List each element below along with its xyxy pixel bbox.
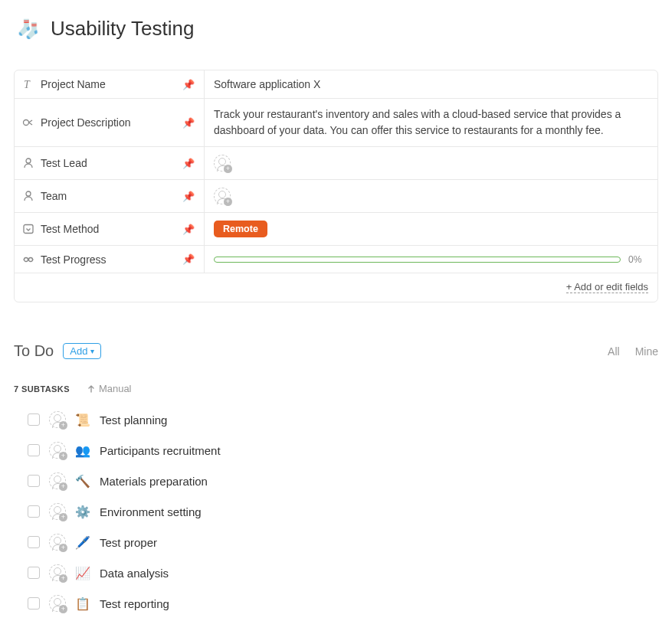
field-label-cell: Test Method 📌 [15, 213, 205, 245]
field-label: Project Description [41, 116, 176, 129]
person-icon [22, 157, 34, 169]
assignee-placeholder[interactable] [49, 503, 66, 520]
add-fields-row: + Add or edit fields [15, 273, 657, 302]
subtask-list: 📜 Test planning 👥 Participants recruitme… [14, 411, 658, 612]
field-value-team[interactable] [205, 180, 657, 212]
checkbox[interactable] [28, 444, 40, 456]
header-emoji: 🧦 [17, 18, 40, 40]
progress-wrap: 0% [214, 254, 648, 265]
field-value-project-description[interactable]: Track your restaurant's inventory and sa… [205, 99, 657, 146]
subtask-name: Data analysis [100, 567, 169, 580]
field-row-test-progress: Test Progress 📌 0% [15, 246, 657, 273]
fields-table: T Project Name 📌 Software application X … [14, 70, 658, 302]
subtask-emoji: ⚙️ [75, 505, 90, 519]
page-title: Usability Testing [51, 17, 194, 41]
person-icon [22, 190, 34, 202]
field-label-cell: Team 📌 [15, 180, 205, 212]
checkbox[interactable] [28, 475, 40, 487]
svg-point-6 [29, 257, 33, 261]
svg-point-1 [24, 120, 29, 126]
subtask-emoji: 🔨 [75, 474, 90, 489]
pin-icon[interactable]: 📌 [182, 224, 195, 235]
dropdown-icon [22, 223, 34, 235]
subtask-row[interactable]: ⚙️ Environment setting [28, 503, 658, 520]
field-label: Project Name [41, 78, 176, 90]
assignee-placeholder[interactable] [49, 595, 66, 612]
todo-filters: All Mine [608, 345, 658, 358]
field-label: Test Method [41, 223, 176, 235]
todo-header: To Do Add ▾ All Mine [14, 342, 658, 360]
assignee-placeholder[interactable] [49, 564, 66, 581]
field-row-test-method: Test Method 📌 Remote [15, 213, 657, 246]
assignee-placeholder[interactable] [214, 188, 231, 204]
subtask-row[interactable]: 🖊️ Test proper [28, 534, 658, 551]
progress-bar[interactable] [214, 257, 621, 263]
subtask-emoji: 👥 [75, 443, 90, 458]
subtask-name: Materials preparation [100, 475, 208, 488]
field-value-test-lead[interactable] [205, 147, 657, 179]
field-value-test-progress[interactable]: 0% [205, 246, 657, 273]
pin-icon[interactable]: 📌 [182, 191, 195, 202]
page-header: 🧦 Usability Testing [14, 17, 658, 41]
filter-mine[interactable]: Mine [635, 345, 658, 358]
filter-all[interactable]: All [608, 345, 620, 358]
assignee-placeholder[interactable] [49, 411, 66, 428]
subtask-row[interactable]: 📋 Test reporting [28, 595, 658, 612]
field-value-project-name[interactable]: Software application X [205, 70, 657, 98]
subtask-emoji: 📈 [75, 566, 90, 580]
add-button-label: Add [70, 345, 87, 357]
sort-mode-label: Manual [99, 383, 132, 394]
subtask-name: Environment setting [100, 505, 202, 518]
subtasks-count: 7 SUBTASKS [14, 384, 70, 394]
checkbox[interactable] [28, 597, 40, 610]
field-label-cell: Test Progress 📌 [15, 246, 205, 273]
subtask-emoji: 🖊️ [75, 535, 90, 550]
subtasks-meta: 7 SUBTASKS Manual [14, 383, 658, 394]
field-value-test-method[interactable]: Remote [205, 213, 657, 245]
add-edit-fields-link[interactable]: + Add or edit fields [566, 281, 648, 293]
arrow-up-icon [87, 384, 96, 394]
subtask-row[interactable]: 🔨 Materials preparation [28, 472, 658, 489]
pin-icon[interactable]: 📌 [182, 79, 195, 90]
field-row-project-name: T Project Name 📌 Software application X [15, 70, 657, 99]
progress-percent: 0% [628, 254, 648, 265]
assignee-placeholder[interactable] [49, 534, 66, 551]
subtask-row[interactable]: 👥 Participants recruitment [28, 442, 658, 459]
subtask-row[interactable]: 📜 Test planning [28, 411, 658, 428]
add-button[interactable]: Add ▾ [63, 343, 101, 359]
field-label-cell: T Project Name 📌 [15, 70, 205, 98]
field-row-project-description: Project Description 📌 Track your restaur… [15, 99, 657, 147]
assignee-placeholder[interactable] [49, 472, 66, 489]
pin-icon[interactable]: 📌 [182, 253, 195, 265]
checkbox[interactable] [28, 567, 40, 579]
description-icon [22, 116, 34, 129]
chevron-down-icon: ▾ [90, 347, 94, 355]
field-row-test-lead: Test Lead 📌 [15, 147, 657, 180]
subtask-emoji: 📜 [75, 413, 90, 427]
field-label-cell: Project Description 📌 [15, 99, 205, 146]
pin-icon[interactable]: 📌 [182, 158, 195, 169]
svg-point-5 [25, 257, 28, 261]
progress-icon [22, 253, 34, 266]
checkbox[interactable] [28, 505, 40, 518]
project-description-value: Track your restaurant's inventory and sa… [214, 106, 648, 139]
subtask-name: Test proper [100, 536, 157, 549]
checkbox[interactable] [28, 413, 40, 426]
svg-point-3 [26, 191, 31, 196]
field-label: Team [41, 190, 176, 202]
text-field-icon: T [22, 78, 34, 90]
pin-icon[interactable]: 📌 [182, 117, 195, 129]
checkbox[interactable] [28, 536, 40, 548]
subtask-row[interactable]: 📈 Data analysis [28, 564, 658, 581]
assignee-placeholder[interactable] [49, 442, 66, 459]
subtask-name: Test reporting [100, 597, 169, 610]
method-tag[interactable]: Remote [214, 221, 267, 237]
assignee-placeholder[interactable] [214, 155, 231, 172]
todo-title: To Do [14, 342, 54, 360]
project-name-value: Software application X [214, 78, 320, 90]
subtask-name: Test planning [100, 413, 167, 427]
field-row-team: Team 📌 [15, 180, 657, 213]
svg-text:T: T [24, 79, 31, 90]
svg-rect-4 [24, 225, 33, 234]
sort-mode[interactable]: Manual [87, 383, 132, 394]
